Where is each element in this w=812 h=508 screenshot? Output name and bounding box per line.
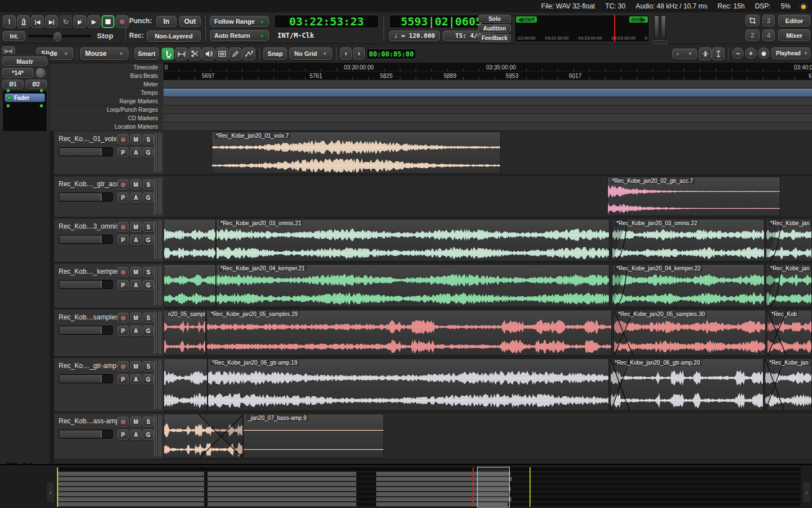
track-mute-button[interactable]: M	[130, 267, 142, 277]
track-solo-button[interactable]: S	[143, 267, 154, 277]
edit-points-tool-button[interactable]	[242, 47, 255, 60]
nudge-forward-button[interactable]: ›	[353, 47, 365, 60]
track-gain-slider[interactable]	[59, 430, 113, 439]
track-mute-button[interactable]: M	[130, 222, 142, 232]
track-pan-button[interactable]: P	[117, 235, 129, 245]
play-range-button[interactable]: ▶̸	[73, 15, 86, 28]
track-group-button[interactable]: G	[143, 374, 154, 384]
audio-region[interactable]: *Rec_Kobe_jan20_03_omnis.22	[612, 219, 765, 261]
track-lane-1[interactable]: *Rec_Kobe_jan20_01_voix.7	[164, 132, 812, 176]
primary-clock[interactable]: 03:22:53:23	[274, 15, 379, 28]
track-group-button[interactable]: G	[143, 430, 154, 440]
fader-processor[interactable]: Fader	[5, 93, 45, 102]
master-name-button[interactable]: Mastr	[2, 56, 47, 66]
stretch-tool-button[interactable]	[215, 47, 228, 60]
ruler-lane-7[interactable]	[164, 122, 812, 131]
track-pan-button[interactable]: P	[117, 147, 129, 157]
summary-scroll-right[interactable]: ›	[803, 482, 810, 502]
audio-region[interactable]: *Rec_Kobe_jan20_02_gtr_acc.7	[607, 177, 780, 216]
ruler-lane-2[interactable]	[164, 80, 812, 89]
track-header-5[interactable]: Rec_Kob…samplesMSPAG	[54, 310, 164, 357]
audio-region[interactable]: *Rec_Kobe_jan	[766, 219, 812, 261]
ruler-lane-1[interactable]	[164, 72, 812, 80]
track-mute-button[interactable]: M	[130, 179, 142, 190]
track-lane-6[interactable]: *Rec_Kobe_jan20_06_gtr-amp.19*Rec_Kobe_j…	[164, 358, 812, 413]
track-mute-button[interactable]: M	[130, 361, 142, 371]
track-vzoom-pill[interactable]	[158, 312, 161, 353]
mouse-mode-select[interactable]: Mouse▼	[80, 47, 129, 60]
track-mute-button[interactable]: M	[130, 417, 142, 427]
audio-region[interactable]: *Rec_Kobe_jan20_01_voix.7	[211, 132, 501, 174]
track-vzoom-pill[interactable]	[158, 360, 161, 409]
track-solo-button[interactable]: S	[143, 179, 154, 190]
audio-region[interactable]: *Rec_Kobe_jan20_04_kemper.21	[216, 264, 610, 307]
track-mute-button[interactable]: M	[130, 313, 142, 323]
nudge-clock[interactable]: 00:00:05:00	[367, 49, 416, 59]
track-vzoom-pill[interactable]	[158, 266, 161, 305]
ruler-lane-5[interactable]	[164, 106, 812, 114]
summary-view-rect[interactable]	[477, 467, 510, 507]
audio-region[interactable]: *Rec_Kobe_jan20_04_kemper.22	[612, 264, 765, 307]
audio-region[interactable]: n20_05_samples.	[164, 310, 206, 356]
track-name[interactable]: Rec_Kob…samples	[59, 313, 118, 321]
record-enable-button[interactable]	[117, 361, 129, 371]
track-vzoom-pill[interactable]	[154, 133, 157, 172]
track-solo-button[interactable]: S	[143, 134, 154, 144]
window-1-button[interactable]	[745, 15, 760, 27]
master-gain-button[interactable]: *14*	[2, 68, 33, 78]
audio-region[interactable]: *Rec_Kobe_jan	[766, 264, 812, 307]
midi-panic-button[interactable]: !	[3, 15, 16, 28]
track-solo-button[interactable]: S	[143, 222, 154, 232]
rec-mode-button[interactable]: Non-Layered	[147, 30, 201, 42]
audio-region[interactable]	[164, 219, 216, 261]
shuttle-handle[interactable]	[54, 32, 61, 41]
audio-region[interactable]: *Rec_Kobe_jan	[765, 358, 812, 411]
track-lane-2[interactable]: *Rec_Kobe_jan20_02_gtr_acc.7	[164, 177, 812, 218]
track-header-3[interactable]: Rec_Kob…3_omnisMSPAG	[54, 219, 164, 263]
record-button[interactable]	[116, 15, 129, 28]
track-vzoom-pill[interactable]	[154, 266, 157, 305]
track-group-button[interactable]: G	[143, 235, 154, 245]
track-automation-button[interactable]: A	[130, 192, 142, 203]
stop-button[interactable]	[102, 15, 114, 28]
track-automation-button[interactable]: A	[130, 326, 142, 336]
track-lane-3[interactable]: *Rec_Kobe_jan20_03_omnis.21*Rec_Kobe_jan…	[164, 219, 812, 263]
track-group-button[interactable]: G	[143, 280, 154, 290]
track-vzoom-pill[interactable]	[158, 415, 161, 456]
mini-timeline[interactable]: ◀start end▶ :22:00:0003:22:30:0003:23:00…	[514, 15, 650, 42]
gain-tool-button[interactable]	[202, 47, 215, 60]
track-name[interactable]: Rec_Ko…_gtr-amp	[59, 362, 117, 370]
processor-active-led[interactable]	[7, 95, 12, 100]
track-gain-slider[interactable]	[59, 192, 113, 202]
goto-start-button[interactable]: |◀	[31, 15, 44, 28]
phase-2-button[interactable]: Ø2	[25, 80, 47, 89]
goto-end-button[interactable]: ▶|	[45, 15, 58, 28]
track-solo-button[interactable]: S	[143, 361, 154, 371]
track-pan-button[interactable]: P	[117, 192, 129, 203]
track-vzoom-pill[interactable]	[154, 178, 157, 214]
track-pan-button[interactable]: P	[117, 280, 129, 290]
summary-scroll-left[interactable]: ‹	[47, 482, 54, 502]
track-group-button[interactable]: G	[143, 326, 154, 336]
sync-source-button[interactable]: Int.	[3, 31, 25, 41]
track-header-1[interactable]: Rec_Ko…_01_voixMSPAG	[54, 132, 164, 176]
phase-1-button[interactable]: Ø1	[2, 80, 24, 89]
window-2-button[interactable]: 2	[745, 29, 760, 41]
zoom-fit-button[interactable]: ◉	[758, 47, 770, 59]
track-name[interactable]: Rec_Ko…_01_voix	[59, 135, 117, 143]
track-group-button[interactable]: G	[143, 147, 154, 157]
record-enable-button[interactable]	[117, 417, 129, 427]
track-gain-slider[interactable]	[59, 374, 113, 383]
shuttle-track[interactable]	[28, 35, 91, 37]
follow-range-button[interactable]: Follow Range	[210, 16, 269, 27]
summary-bar[interactable]: ‹›	[0, 464, 812, 508]
record-enable-button[interactable]	[117, 179, 129, 190]
track-gain-slider[interactable]	[59, 147, 113, 156]
audio-region[interactable]: *Rec_Kobe_jan20_05_samples.30	[614, 310, 766, 356]
end-marker[interactable]: end▶	[629, 16, 648, 23]
track-solo-button[interactable]: S	[143, 313, 154, 323]
track-vzoom-pill[interactable]	[154, 415, 157, 456]
track-header-7[interactable]: Rec_Kob…ass-ampMSPAG	[54, 414, 164, 460]
track-vzoom-pill[interactable]	[154, 221, 157, 259]
audio-region[interactable]	[164, 414, 243, 458]
